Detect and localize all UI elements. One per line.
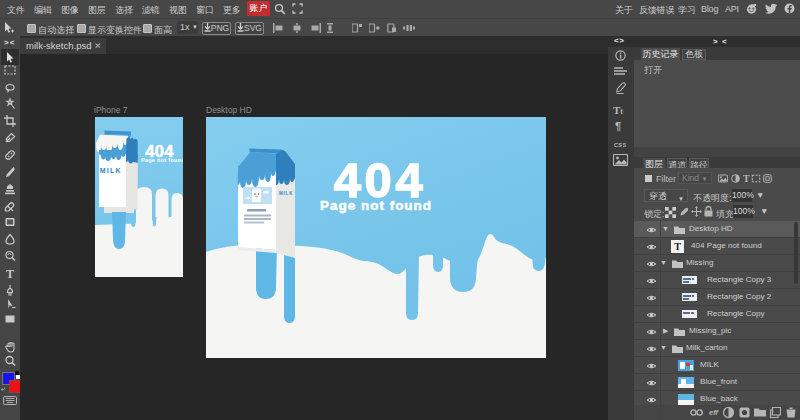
svg-text:MILK: MILK (100, 167, 122, 174)
svg-text:MILK: MILK (279, 191, 293, 196)
svg-text:Page not found: Page not found (320, 198, 432, 213)
svg-text:T: T (6, 267, 14, 279)
svg-text:Page not found: Page not found (141, 157, 183, 163)
